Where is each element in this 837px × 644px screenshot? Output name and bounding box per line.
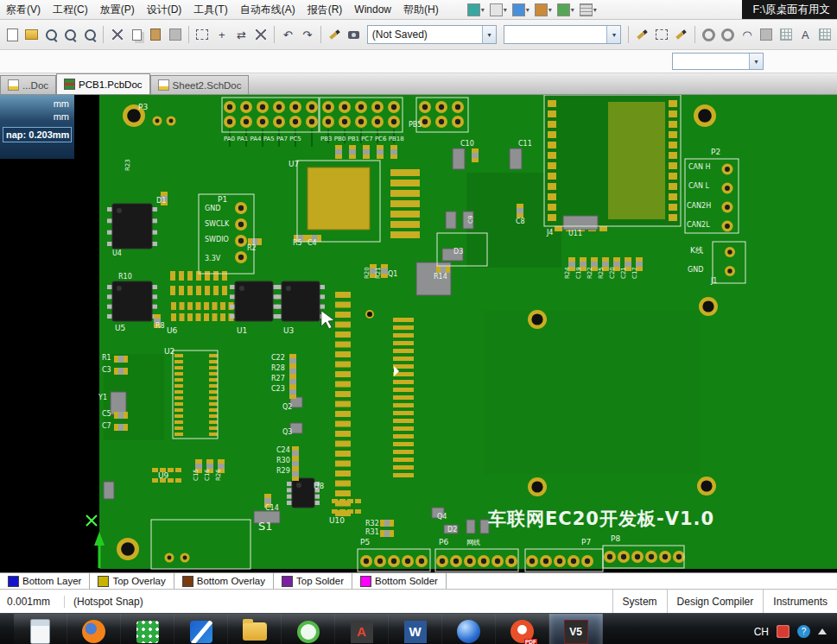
taskbar-browser[interactable]: [442, 614, 496, 644]
smd-pad[interactable]: [213, 271, 219, 281]
silkscreen-label[interactable]: R20: [364, 267, 371, 279]
silkscreen-label[interactable]: PB3 PB0 PB1 PC7 PC6 PB18: [320, 136, 404, 142]
taskbar-explorer[interactable]: [228, 614, 282, 644]
menu-project[interactable]: 工程(C): [47, 0, 94, 19]
smd-pad[interactable]: [174, 372, 183, 376]
net-icon[interactable]: [672, 26, 689, 44]
smd-pad[interactable]: [669, 193, 677, 200]
smd-pad[interactable]: [222, 286, 227, 295]
silkscreen-label[interactable]: P1: [218, 195, 227, 204]
redo-icon[interactable]: ↷: [298, 26, 315, 44]
smd-pad[interactable]: [335, 401, 351, 407]
silkscreen-label[interactable]: CAN L: [688, 182, 710, 190]
silkscreen-label[interactable]: U8: [314, 482, 325, 490]
taskbar-altium-active[interactable]: V5: [549, 614, 603, 644]
taskbar-word[interactable]: W: [389, 614, 442, 644]
silkscreen-label[interactable]: Q4: [437, 513, 447, 521]
clear-icon[interactable]: [167, 26, 184, 44]
silkscreen-label[interactable]: C9: [467, 216, 474, 224]
silkscreen-label[interactable]: C8: [516, 218, 525, 225]
passive-component[interactable]: [384, 520, 390, 527]
smd-pad[interactable]: [393, 333, 414, 338]
grid-icon[interactable]: ▾: [580, 3, 597, 16]
passive-component[interactable]: [118, 368, 124, 375]
smd-pad[interactable]: [669, 100, 677, 107]
passive-component[interactable]: [613, 262, 620, 267]
silkscreen-label[interactable]: R29: [276, 467, 290, 475]
zoom-selection-icon[interactable]: [81, 26, 98, 44]
smd-pad[interactable]: [174, 360, 183, 363]
silkscreen-label[interactable]: R24: [564, 267, 571, 279]
smd-pad[interactable]: [393, 364, 414, 369]
silkscreen-label[interactable]: P6: [439, 538, 448, 546]
silkscreen-label[interactable]: R14: [434, 273, 447, 281]
passive-component[interactable]: [218, 464, 225, 469]
silkscreen-label[interactable]: P7: [581, 538, 591, 546]
passive-component[interactable]: [636, 262, 643, 267]
smd-pad[interactable]: [196, 313, 201, 321]
polygon-icon[interactable]: ▾: [557, 3, 574, 16]
smd-pad[interactable]: [393, 442, 414, 446]
smd-pad[interactable]: [548, 173, 556, 180]
smd-pad[interactable]: [209, 432, 218, 436]
smd-pad[interactable]: [599, 226, 607, 231]
silkscreen-label[interactable]: U6: [167, 326, 178, 335]
smd-pad[interactable]: [347, 509, 353, 514]
smd-pad[interactable]: [669, 131, 677, 138]
smd-pad[interactable]: [187, 271, 193, 281]
u7-thermal-pad[interactable]: [308, 167, 370, 230]
smd-pad[interactable]: [174, 384, 183, 388]
passive-component[interactable]: [349, 149, 356, 155]
passive-component[interactable]: [292, 461, 299, 466]
antivirus-tray-icon[interactable]: [777, 625, 789, 638]
smd-pad[interactable]: [179, 286, 184, 295]
smd-pad[interactable]: [548, 121, 556, 128]
smd-pad[interactable]: [335, 312, 351, 318]
instruments-panel-button[interactable]: Instruments: [763, 590, 837, 613]
smd-pad[interactable]: [669, 173, 677, 180]
smd-pad[interactable]: [152, 468, 158, 472]
smd-pad[interactable]: [180, 302, 185, 310]
ic-component[interactable]: [292, 478, 314, 508]
smd-pad[interactable]: [390, 169, 420, 176]
pcb-title-silkscreen[interactable]: 车联网EC20开发板-V1.0: [488, 508, 714, 529]
component[interactable]: [510, 148, 522, 169]
move-icon[interactable]: +: [213, 26, 231, 44]
paste-icon[interactable]: [147, 26, 164, 44]
text-string-icon[interactable]: A: [796, 26, 814, 44]
layer-tab-top-solder[interactable]: Top Solder: [274, 573, 352, 589]
silkscreen-label[interactable]: J4: [546, 229, 553, 237]
smd-pad[interactable]: [393, 349, 414, 353]
menu-place[interactable]: 放置(P): [94, 0, 141, 19]
silkscreen-label[interactable]: C23: [271, 385, 285, 393]
menu-tools[interactable]: 工具(T): [187, 0, 233, 19]
smd-pad[interactable]: [174, 432, 183, 436]
silkscreen-label[interactable]: CAN H: [688, 163, 711, 171]
silkscreen-label[interactable]: R32: [365, 520, 379, 527]
silkscreen-label[interactable]: C21: [620, 267, 627, 279]
smd-pad[interactable]: [212, 302, 218, 310]
pour-icon[interactable]: ▾: [512, 3, 529, 16]
silkscreen-label[interactable]: C5: [102, 410, 111, 418]
smd-pad[interactable]: [209, 366, 218, 369]
smd-pad[interactable]: [209, 384, 218, 388]
smd-pad[interactable]: [220, 302, 225, 310]
smd-pad[interactable]: [220, 313, 225, 321]
smd-pad[interactable]: [339, 499, 346, 503]
smd-pad[interactable]: [335, 382, 351, 388]
new-document-icon[interactable]: [3, 26, 21, 44]
silkscreen-label[interactable]: P3: [138, 103, 148, 111]
combo-dropdown-icon[interactable]: ▾: [749, 54, 763, 69]
passive-component[interactable]: [384, 530, 390, 537]
smd-pad[interactable]: [209, 390, 218, 394]
smd-pad[interactable]: [187, 286, 193, 295]
silkscreen-label[interactable]: Y1: [98, 394, 107, 401]
passive-component[interactable]: [591, 262, 598, 267]
silkscreen-label[interactable]: C11: [518, 140, 532, 148]
system-panel-button[interactable]: System: [612, 590, 667, 613]
component-icon[interactable]: [816, 26, 834, 44]
passive-component[interactable]: [289, 369, 296, 374]
layer-tab-bottom-solder[interactable]: Bottom Solder: [352, 573, 447, 589]
silkscreen-label[interactable]: C16: [204, 469, 211, 481]
layer-tab-top-overlay[interactable]: Top Overlay: [90, 573, 174, 589]
